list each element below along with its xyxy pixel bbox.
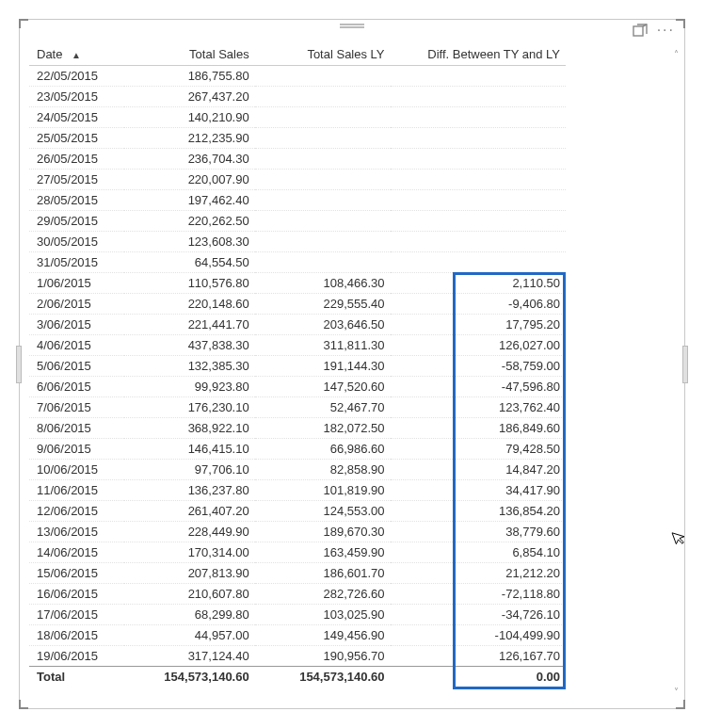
table-row[interactable]: 10/06/201597,706.1082,858.9014,847.20 xyxy=(29,459,566,479)
totals-diff: 0.00 xyxy=(391,666,566,687)
cell-total-sales: 267,437.20 xyxy=(124,86,255,106)
cell-total-sales: 220,007.90 xyxy=(124,169,255,189)
cell-diff: 21,212.20 xyxy=(391,562,566,583)
table-visual: ··· Date ▲ Total Sales Total Sales LY Di… xyxy=(19,19,685,709)
table-row[interactable]: 14/06/2015170,314.00163,459.906,854.10 xyxy=(29,542,566,562)
cell-total-sales-ly: 101,819.90 xyxy=(255,479,391,500)
resize-grip-right[interactable] xyxy=(682,346,688,383)
table-row[interactable]: 26/05/2015236,704.30 xyxy=(29,148,566,169)
table-row[interactable]: 11/06/2015136,237.80101,819.9034,417.90 xyxy=(29,479,566,500)
table-row[interactable]: 27/05/2015220,007.90 xyxy=(29,169,566,189)
cell-date: 31/05/2015 xyxy=(29,251,124,272)
cell-date: 17/06/2015 xyxy=(29,604,124,624)
table-row[interactable]: 30/05/2015123,608.30 xyxy=(29,231,566,251)
table-row[interactable]: 13/06/2015228,449.90189,670.3038,779.60 xyxy=(29,521,566,542)
table-row[interactable]: 1/06/2015110,576.80108,466.302,110.50 xyxy=(29,272,566,293)
cell-date: 12/06/2015 xyxy=(29,500,124,521)
column-header-date[interactable]: Date ▲ xyxy=(29,44,124,65)
cell-date: 26/05/2015 xyxy=(29,148,124,169)
cell-total-sales-ly: 311,811.30 xyxy=(255,334,391,355)
cell-date: 27/05/2015 xyxy=(29,169,124,189)
resize-grip-left[interactable] xyxy=(16,346,22,383)
table-row[interactable]: 23/05/2015267,437.20 xyxy=(29,86,566,106)
more-options-icon[interactable]: ··· xyxy=(657,24,675,41)
cell-total-sales-ly: 282,726.60 xyxy=(255,583,391,604)
cell-diff xyxy=(391,210,566,231)
cell-diff: -34,726.10 xyxy=(391,604,566,624)
table-row[interactable]: 12/06/2015261,407.20124,553.00136,854.20 xyxy=(29,500,566,521)
cell-diff xyxy=(391,106,566,127)
scroll-down-icon[interactable]: ˅ xyxy=(670,686,681,697)
cell-date: 24/05/2015 xyxy=(29,106,124,127)
resize-grip-tr[interactable] xyxy=(676,19,685,28)
table-row[interactable]: 16/06/2015210,607.80282,726.60-72,118.80 xyxy=(29,583,566,604)
cell-total-sales: 146,415.10 xyxy=(124,438,255,459)
table-row[interactable]: 3/06/2015221,441.70203,646.5017,795.20 xyxy=(29,314,566,334)
totals-row: Total 154,573,140.60 154,573,140.60 0.00 xyxy=(29,666,566,687)
cell-total-sales: 140,210.90 xyxy=(124,106,255,127)
totals-label: Total xyxy=(29,666,124,687)
table-row[interactable]: 8/06/2015368,922.10182,072.50186,849.60 xyxy=(29,417,566,438)
cell-date: 10/06/2015 xyxy=(29,459,124,479)
table-row[interactable]: 9/06/2015146,415.1066,986.6079,428.50 xyxy=(29,438,566,459)
cell-diff: 38,779.60 xyxy=(391,521,566,542)
cell-date: 29/05/2015 xyxy=(29,210,124,231)
cell-date: 9/06/2015 xyxy=(29,438,124,459)
cell-total-sales: 437,838.30 xyxy=(124,334,255,355)
resize-grip-br[interactable] xyxy=(676,700,685,709)
resize-grip-tl[interactable] xyxy=(19,19,28,28)
cell-date: 18/06/2015 xyxy=(29,624,124,645)
table-scroll-area: Date ▲ Total Sales Total Sales LY Diff. … xyxy=(29,44,667,699)
resize-grip-bl[interactable] xyxy=(19,700,28,709)
svg-rect-0 xyxy=(633,26,643,36)
cell-total-sales-ly xyxy=(255,210,391,231)
vertical-scrollbar[interactable]: ˄ ˅ xyxy=(670,48,681,697)
cell-diff xyxy=(391,148,566,169)
cell-date: 15/06/2015 xyxy=(29,562,124,583)
column-header-total-sales[interactable]: Total Sales xyxy=(124,44,255,65)
table-row[interactable]: 29/05/2015220,262.50 xyxy=(29,210,566,231)
cell-total-sales-ly: 189,670.30 xyxy=(255,521,391,542)
table-row[interactable]: 5/06/2015132,385.30191,144.30-58,759.00 xyxy=(29,355,566,376)
column-header-diff[interactable]: Diff. Between TY and LY xyxy=(391,44,566,65)
focus-mode-icon[interactable] xyxy=(633,24,648,41)
cell-date: 11/06/2015 xyxy=(29,479,124,500)
table-row[interactable]: 6/06/201599,923.80147,520.60-47,596.80 xyxy=(29,376,566,396)
cell-diff xyxy=(391,231,566,251)
cell-diff: -58,759.00 xyxy=(391,355,566,376)
visual-header: ··· xyxy=(633,24,675,41)
table-row[interactable]: 31/05/201564,554.50 xyxy=(29,251,566,272)
cell-date: 1/06/2015 xyxy=(29,272,124,293)
cell-total-sales-ly xyxy=(255,86,391,106)
column-header-total-sales-ly[interactable]: Total Sales LY xyxy=(255,44,391,65)
cell-total-sales-ly xyxy=(255,65,391,86)
drag-handle-icon[interactable] xyxy=(338,22,366,27)
cell-total-sales-ly: 149,456.90 xyxy=(255,624,391,645)
cell-total-sales-ly: 124,553.00 xyxy=(255,500,391,521)
table-row[interactable]: 2/06/2015220,148.60229,555.40-9,406.80 xyxy=(29,293,566,314)
cell-date: 5/06/2015 xyxy=(29,355,124,376)
scroll-up-icon[interactable]: ˄ xyxy=(670,48,681,59)
sort-ascending-icon: ▲ xyxy=(72,50,81,60)
table-row[interactable]: 24/05/2015140,210.90 xyxy=(29,106,566,127)
table-row[interactable]: 19/06/2015317,124.40190,956.70126,167.70 xyxy=(29,645,566,666)
table-row[interactable]: 4/06/2015437,838.30311,811.30126,027.00 xyxy=(29,334,566,355)
table-row[interactable]: 17/06/201568,299.80103,025.90-34,726.10 xyxy=(29,604,566,624)
header-row: Date ▲ Total Sales Total Sales LY Diff. … xyxy=(29,44,566,65)
table-row[interactable]: 22/05/2015186,755.80 xyxy=(29,65,566,86)
cell-date: 28/05/2015 xyxy=(29,189,124,210)
table-row[interactable]: 15/06/2015207,813.90186,601.7021,212.20 xyxy=(29,562,566,583)
cell-diff: -47,596.80 xyxy=(391,376,566,396)
table-row[interactable]: 18/06/201544,957.00149,456.90-104,499.90 xyxy=(29,624,566,645)
table-row[interactable]: 7/06/2015176,230.1052,467.70123,762.40 xyxy=(29,396,566,417)
cell-diff xyxy=(391,189,566,210)
table-row[interactable]: 28/05/2015197,462.40 xyxy=(29,189,566,210)
cell-total-sales: 212,235.90 xyxy=(124,127,255,148)
table-row[interactable]: 25/05/2015212,235.90 xyxy=(29,127,566,148)
cell-total-sales-ly xyxy=(255,106,391,127)
cell-diff: -9,406.80 xyxy=(391,293,566,314)
cell-total-sales: 170,314.00 xyxy=(124,542,255,562)
cell-date: 19/06/2015 xyxy=(29,645,124,666)
cell-total-sales: 210,607.80 xyxy=(124,583,255,604)
cell-diff: 6,854.10 xyxy=(391,542,566,562)
